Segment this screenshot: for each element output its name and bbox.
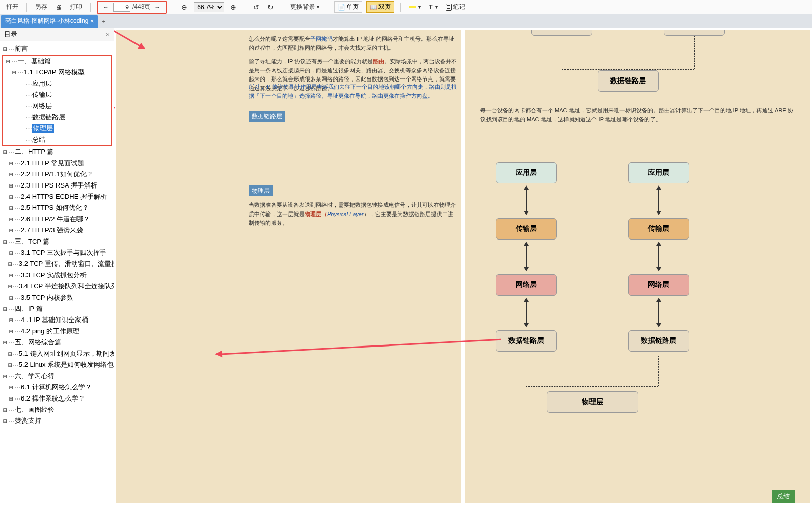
tree-item[interactable]: ⋯6.2 操作系统怎么学？ [0, 393, 114, 404]
zoom-out-button[interactable] [179, 2, 190, 12]
highlighter-icon [409, 6, 416, 8]
section-heading-datalink: 数据链路层 [249, 111, 285, 122]
tree-item-datalink-layer[interactable]: ⋯数据链路层 [3, 112, 111, 123]
tree-item-sec2[interactable]: ⋯二、HTTP 篇 [0, 146, 114, 157]
notes-button[interactable]: 笔记 [444, 2, 467, 12]
tree-item-sec6[interactable]: ⋯六、学习心得 [0, 370, 114, 382]
tree-item[interactable]: ⋯4 .1 IP 基础知识全家桶 [0, 314, 114, 326]
separator [400, 3, 401, 12]
rotate-left-icon [253, 3, 259, 11]
print-icon-button[interactable]: 🖨 [53, 3, 64, 12]
page-nav-box: /443页 [97, 1, 167, 14]
tree-item-1-1[interactable]: ⋯1.1 TCP/IP 网络模型 [3, 67, 111, 78]
diagram-layer-datalink [664, 30, 725, 36]
prev-page-button[interactable] [101, 3, 111, 12]
zoom-in-icon [230, 3, 236, 11]
arrow-left-icon [103, 4, 109, 11]
rotate-left-button[interactable] [251, 2, 261, 12]
tree-item-network-layer[interactable]: ⋯网络层 [3, 100, 111, 112]
tree-item[interactable]: ⋯2.5 HTTPS 如何优化？ [0, 202, 114, 214]
diagram-layer-network: 网络层 [628, 274, 689, 296]
rotate-right-button[interactable] [265, 2, 276, 12]
save-as-button[interactable]: 另存 [33, 2, 49, 12]
zoom-out-icon [181, 3, 187, 11]
diagram-layer-transport: 传输层 [496, 218, 557, 240]
main-area: 目录 ⋯前言 ⋯一、基础篇 ⋯1.1 TCP/IP 网络模型 ⋯应用层 ⋯传输层… [0, 28, 812, 505]
tree-item-physical-layer[interactable]: ⋯物理层 [3, 123, 111, 134]
tree-item-transport-layer[interactable]: ⋯传输层 [3, 89, 111, 100]
open-button[interactable]: 打开 [4, 2, 20, 12]
tree-item[interactable]: ⋯3.5 TCP 内核参数 [0, 292, 114, 303]
sidebar-close-button[interactable] [105, 31, 110, 38]
page-number-input[interactable] [113, 3, 130, 12]
tree-item-sec4[interactable]: ⋯四、IP 篇 [0, 303, 114, 314]
arrow-right-icon [154, 4, 160, 11]
separator [282, 3, 282, 12]
tree-item[interactable]: ⋯5.2 Linux 系统是如何收发网络包的？ [0, 359, 114, 370]
single-page-button[interactable]: 📄单页 [334, 1, 362, 13]
highlighted-section-box: ⋯一、基础篇 ⋯1.1 TCP/IP 网络模型 ⋯应用层 ⋯传输层 ⋯网络层 ⋯… [2, 55, 112, 146]
document-tab[interactable]: 亮白风格-图解网络-小林coding [1, 15, 98, 28]
zoom-in-button[interactable] [228, 2, 238, 12]
highlight-button[interactable] [407, 3, 423, 11]
outline-tree: ⋯前言 ⋯一、基础篇 ⋯1.1 TCP/IP 网络模型 ⋯应用层 ⋯传输层 ⋯网… [0, 41, 114, 429]
paragraph: 怎么分的呢？这需要配合子网掩码才能算出 IP 地址 的网络号和主机号。那么在寻址… [249, 35, 457, 52]
rotate-right-icon [267, 3, 274, 11]
page-right: 数据链路层 每一台设备的网卡都会有一个 MAC 地址，它就是用来唯一标识设备的。… [465, 30, 810, 503]
tab-close-button[interactable] [90, 18, 94, 25]
sidebar-header: 目录 [0, 28, 114, 41]
separator [328, 3, 328, 12]
tree-item[interactable]: ⋯2.6 HTTP/2 牛逼在哪？ [0, 214, 114, 225]
tree-item[interactable]: ⋯2.4 HTTPS ECDHE 握手解析 [0, 191, 114, 202]
tree-item-sec1[interactable]: ⋯一、基础篇 [3, 56, 111, 67]
tree-item-sponsor[interactable]: ⋯赞赏支持 [0, 415, 114, 427]
paragraph: 当数据准备要从设备发送到网络时，需要把数据包转换成电信号，让其可以在物理介质中传… [249, 201, 457, 228]
double-page-button[interactable]: 📖双页 [366, 1, 394, 13]
tree-item[interactable]: ⋯3.3 TCP 实战抓包分析 [0, 270, 114, 281]
tree-item-sec3[interactable]: ⋯三、TCP 篇 [0, 236, 114, 247]
tree-item[interactable]: ⋯5.1 键入网址到网页显示，期间发生了什么 [0, 348, 114, 359]
separator [26, 3, 27, 12]
separator [245, 3, 245, 12]
tree-item[interactable]: ⋯3.1 TCP 三次握手与四次挥手 [0, 247, 114, 258]
paragraph: 每一台设备的网卡都会有一个 MAC 地址，它就是用来唯一标识设备的。路由器计算出… [480, 106, 796, 124]
tree-item[interactable]: ⋯6.1 计算机网络怎么学？ [0, 382, 114, 393]
tree-item[interactable]: ⋯2.1 HTTP 常见面试题 [0, 157, 114, 169]
main-toolbar: 打开 另存 🖨 打印 /443页 66.7% 更换背景 📄单页 📖双页 笔记 [0, 0, 812, 14]
tree-item[interactable]: ⋯2.2 HTTP/1.1如何优化？ [0, 169, 114, 180]
tree-item-app-layer[interactable]: ⋯应用层 [3, 78, 111, 89]
tree-item[interactable]: ⋯2.7 HTTP/3 强势来袭 [0, 225, 114, 236]
tree-item[interactable]: ⋯3.2 TCP 重传、滑动窗口、流量控制、拥 [0, 258, 114, 270]
tree-item[interactable]: ⋯4.2 ping 的工作原理 [0, 326, 114, 337]
tree-item-preface[interactable]: ⋯前言 [0, 43, 114, 55]
tab-bar: 亮白风格-图解网络-小林coding [0, 14, 812, 28]
next-page-button[interactable] [152, 3, 163, 12]
page-left: 怎么分的呢？这需要配合子网掩码才能算出 IP 地址 的网络号和主机号。那么在寻址… [116, 30, 461, 503]
outline-sidebar: 目录 ⋯前言 ⋯一、基础篇 ⋯1.1 TCP/IP 网络模型 ⋯应用层 ⋯传输层… [0, 28, 114, 505]
diagram-layer-datalink: 数据链路层 [628, 330, 689, 352]
diagram-layer-network: 网络层 [496, 274, 557, 296]
tree-item[interactable]: ⋯3.4 TCP 半连接队列和全连接队列 [0, 281, 114, 292]
sidebar-title: 目录 [4, 30, 17, 39]
diagram-layer-datalink [531, 30, 592, 36]
summary-badge: 总结 [772, 490, 795, 503]
diagram-layer-transport: 传输层 [628, 218, 689, 240]
zoom-select[interactable]: 66.7% [194, 2, 224, 12]
separator [90, 3, 91, 12]
separator [173, 3, 173, 12]
printer-icon: 🖨 [56, 4, 62, 11]
new-tab-button[interactable] [98, 16, 110, 28]
diagram-layer-datalink: 数据链路层 [496, 330, 557, 352]
tree-item[interactable]: ⋯2.3 HTTPS RSA 握手解析 [0, 180, 114, 191]
tree-item-sec5[interactable]: ⋯五、网络综合篇 [0, 337, 114, 348]
diagram-layer-app: 应用层 [628, 162, 689, 183]
tab-title: 亮白风格-图解网络-小林coding [5, 17, 88, 25]
section-heading-physical: 物理层 [249, 185, 273, 196]
page-viewer[interactable]: 怎么分的呢？这需要配合子网掩码才能算出 IP 地址 的网络号和主机号。那么在寻址… [114, 28, 812, 505]
tree-item-sec7[interactable]: ⋯七、画图经验 [0, 404, 114, 415]
paragraph: 所以，IP 协议的寻址作用是告诉我们去往下一个目的地该朝哪个方向走，路由则是根据… [249, 83, 457, 100]
tree-item-summary[interactable]: ⋯总结 [3, 134, 111, 145]
print-button[interactable]: 打印 [68, 2, 84, 12]
text-tool-button[interactable] [427, 3, 439, 12]
change-background-button[interactable]: 更换背景 [288, 2, 321, 12]
